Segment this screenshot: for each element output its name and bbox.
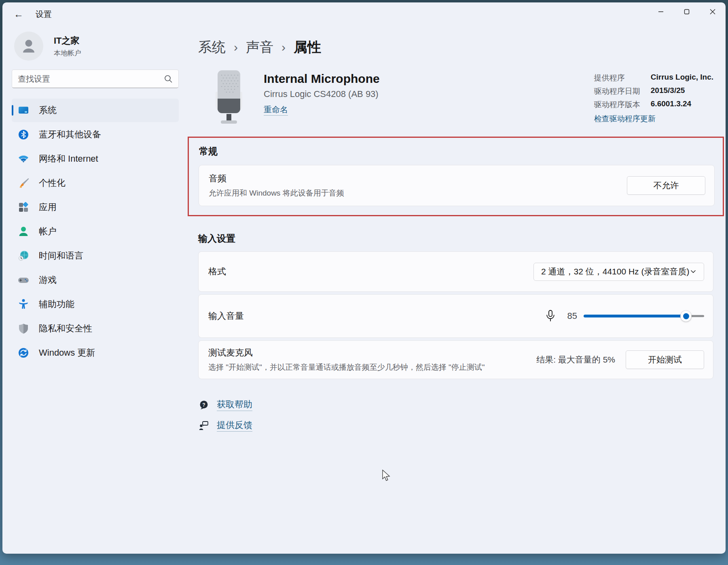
device-model: Cirrus Logic CS4208 (AB 93) (264, 89, 380, 99)
sidebar-item-label: 个性化 (39, 177, 66, 189)
time-language-icon (17, 249, 30, 262)
minimize-icon (658, 9, 664, 15)
title-bar: ← 设置 (2, 2, 726, 26)
sidebar-item-label: 帐户 (39, 226, 57, 238)
sidebar-item-label: 隐私和安全性 (39, 323, 92, 335)
search-input[interactable] (18, 74, 164, 84)
chevron-down-icon (690, 268, 696, 275)
give-feedback-link[interactable]: 提供反馈 (217, 419, 252, 432)
driver-version-label: 驱动程序版本 (594, 99, 640, 110)
sidebar-item-accounts[interactable]: 帐户 (12, 220, 179, 243)
driver-info: 提供程序 Cirrus Logic, Inc. 驱动程序日期 2015/3/25… (594, 70, 713, 126)
input-settings-header: 输入设置 (198, 232, 713, 245)
app-title: 设置 (36, 9, 52, 20)
input-volume-value: 85 (563, 311, 577, 321)
input-volume-slider[interactable] (584, 311, 704, 321)
get-help-link[interactable]: 获取帮助 (217, 398, 252, 411)
rename-link[interactable]: 重命名 (264, 104, 288, 116)
test-mic-title: 测试麦克风 (208, 347, 485, 359)
feedback-icon (198, 420, 210, 431)
user-name: IT之家 (54, 35, 81, 47)
general-section-header: 常规 (199, 145, 715, 158)
audio-row-description: 允许应用和 Windows 将此设备用于音频 (209, 188, 344, 198)
format-dropdown-value: 2 通道，32 位，44100 Hz (录音室音质) (541, 266, 689, 277)
personalization-icon (17, 177, 30, 190)
device-name: Internal Microphone (264, 72, 380, 86)
highlight-red-box: 常规 音频 允许应用和 Windows 将此设备用于音频 不允许 (188, 137, 724, 216)
user-profile[interactable]: IT之家 本地帐户 (14, 32, 179, 61)
apps-icon (17, 201, 30, 214)
disallow-button[interactable]: 不允许 (627, 176, 705, 195)
back-button[interactable]: ← (11, 7, 27, 21)
main-content: 系统 › 声音 › 属性 (183, 26, 726, 554)
driver-provider-value: Cirrus Logic, Inc. (651, 73, 713, 83)
sidebar-item-privacy[interactable]: 隐私和安全性 (12, 317, 179, 340)
sidebar-item-accessibility[interactable]: 辅助功能 (12, 293, 179, 316)
sidebar-item-time-language[interactable]: 时间和语言 (12, 244, 179, 268)
user-icon (20, 37, 38, 55)
breadcrumb-system[interactable]: 系统 (198, 38, 226, 57)
sidebar-item-windows-update[interactable]: Windows 更新 (12, 341, 179, 365)
test-result-text: 结果: 最大音量的 5% (536, 354, 615, 365)
driver-date-label: 驱动程序日期 (594, 86, 640, 97)
svg-text:?: ? (202, 402, 205, 407)
format-dropdown[interactable]: 2 通道，32 位，44100 Hz (录音室音质) (533, 263, 704, 281)
sidebar: IT之家 本地帐户 (2, 26, 183, 554)
sidebar-item-personalization[interactable]: 个性化 (12, 171, 179, 195)
maximize-icon (684, 9, 690, 15)
sidebar-item-gaming[interactable]: 游戏 (12, 268, 179, 292)
windows-update-icon (17, 346, 30, 359)
footer-links: ? 获取帮助 提供反馈 (198, 398, 713, 432)
start-test-button[interactable]: 开始测试 (626, 350, 704, 369)
slider-fill (584, 315, 686, 318)
get-help-row[interactable]: ? 获取帮助 (198, 398, 713, 411)
sidebar-item-system[interactable]: 系统 (12, 99, 179, 122)
sidebar-item-apps[interactable]: 应用 (12, 196, 179, 219)
breadcrumb: 系统 › 声音 › 属性 (198, 38, 713, 57)
input-volume-row: 输入音量 85 (198, 294, 713, 338)
test-mic-description: 选择 "开始测试"，并以正常音量通话或播放音频至少几秒钟，然后选择 "停止测试" (208, 362, 485, 373)
microphone-image (213, 70, 245, 126)
search-icon (164, 74, 173, 83)
bluetooth-icon (17, 128, 30, 141)
chevron-right-icon: › (281, 40, 286, 54)
sidebar-item-label: 应用 (39, 201, 57, 213)
accounts-icon (17, 225, 30, 238)
chevron-right-icon: › (234, 40, 238, 54)
format-label: 格式 (208, 266, 226, 278)
audio-row-title: 音频 (209, 173, 344, 185)
breadcrumb-sound[interactable]: 声音 (246, 38, 273, 57)
gaming-icon (17, 274, 30, 287)
sidebar-nav: 系统 蓝牙和其他设备 (12, 99, 179, 365)
close-button[interactable] (700, 2, 726, 21)
sidebar-item-bluetooth[interactable]: 蓝牙和其他设备 (12, 123, 179, 146)
microphone-icon (545, 309, 556, 323)
sidebar-item-network[interactable]: 网络和 Internet (12, 147, 179, 171)
driver-provider-label: 提供程序 (594, 73, 640, 83)
give-feedback-row[interactable]: 提供反馈 (198, 419, 713, 432)
user-account-type: 本地帐户 (54, 48, 81, 58)
maximize-button[interactable] (674, 2, 700, 21)
input-volume-label: 输入音量 (208, 310, 244, 322)
sidebar-item-label: 网络和 Internet (39, 153, 98, 165)
breadcrumb-properties: 属性 (294, 38, 321, 57)
close-icon (710, 9, 715, 15)
driver-date-value: 2015/3/25 (651, 86, 713, 97)
back-arrow-icon: ← (14, 8, 23, 20)
sidebar-item-label: 辅助功能 (39, 298, 74, 310)
avatar (14, 32, 43, 61)
slider-handle[interactable] (680, 310, 692, 322)
accessibility-icon (17, 298, 30, 311)
test-microphone-row: 测试麦克风 选择 "开始测试"，并以正常音量通话或播放音频至少几秒钟，然后选择 … (198, 340, 713, 379)
settings-window: ← 设置 (2, 2, 726, 554)
system-icon (17, 104, 30, 117)
check-driver-update-link[interactable]: 检查驱动程序更新 (594, 114, 656, 123)
sidebar-item-label: 时间和语言 (39, 250, 83, 262)
sidebar-item-label: 游戏 (39, 274, 57, 286)
help-icon: ? (198, 399, 210, 411)
minimize-button[interactable] (648, 2, 674, 21)
selected-accent-bar (12, 105, 13, 116)
audio-permission-row: 音频 允许应用和 Windows 将此设备用于音频 不允许 (199, 165, 715, 206)
privacy-icon (17, 322, 30, 335)
search-box[interactable] (12, 70, 179, 88)
